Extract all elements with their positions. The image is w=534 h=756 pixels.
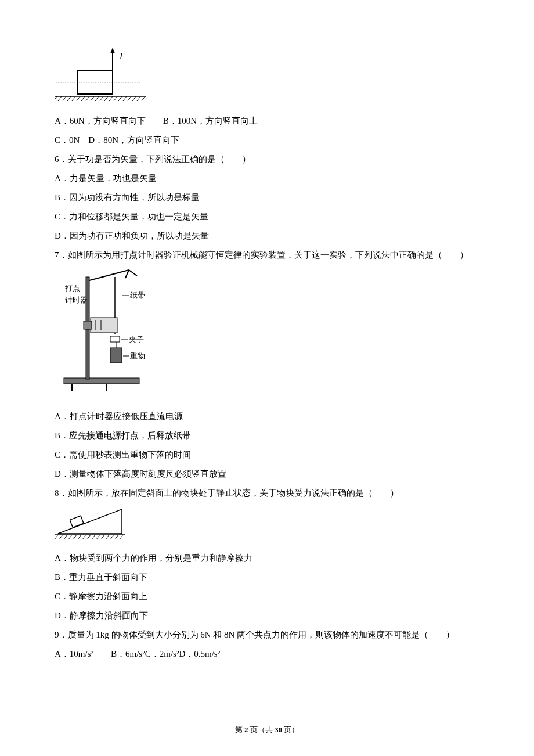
svg-line-12 [86, 96, 89, 101]
svg-line-54 [92, 535, 95, 539]
svg-line-7 [63, 96, 66, 101]
svg-line-11 [81, 96, 85, 101]
q5-options-row1: A．60N，方向竖直向下 B．100N，方向竖直向上 [55, 113, 482, 129]
svg-line-19 [118, 96, 122, 101]
svg-rect-35 [110, 336, 120, 342]
svg-line-49 [68, 535, 72, 539]
svg-line-17 [109, 96, 113, 101]
label-clip: 夹子 [129, 335, 144, 344]
svg-line-60 [120, 535, 123, 539]
q9-option-c: C．2m/s² [145, 649, 179, 658]
footer-mid: 页（共 [248, 725, 275, 734]
svg-rect-31 [91, 318, 117, 333]
svg-line-23 [137, 96, 140, 101]
label-timer-2: 计时器 [65, 296, 88, 304]
label-tape: 纸带 [130, 291, 145, 300]
svg-line-9 [72, 96, 75, 101]
q6-stem: 6．关于功是否为矢量，下列说法正确的是（ ） [55, 152, 482, 167]
figure-q5: F [55, 46, 482, 110]
footer-page-total: 30 [275, 725, 282, 734]
q5-option-d: D．80N，方向竖直向下 [88, 135, 179, 145]
figure-q8 [55, 505, 482, 547]
q6-option-c: C．力和位移都是矢量，功也一定是矢量 [55, 209, 482, 225]
page: F A．60N，方向竖直向下 B．100N，方向竖直向上 C．0N D．80N，… [0, 0, 534, 756]
svg-line-18 [114, 96, 117, 101]
svg-line-52 [82, 535, 86, 539]
footer-suffix: 页） [282, 725, 299, 734]
q9-options: A．10m/s² B．6m/s²C．2m/s²D．0.5m/s² [55, 646, 482, 662]
q5-option-a: A．60N，方向竖直向下 [55, 116, 146, 125]
svg-line-47 [59, 535, 63, 539]
q8-option-d: D．静摩擦力沿斜面向下 [55, 608, 482, 624]
svg-line-20 [123, 96, 127, 101]
svg-line-51 [78, 535, 81, 539]
svg-marker-3 [110, 48, 115, 53]
q7-option-d: D．测量物体下落高度时刻度尺必须竖直放置 [55, 466, 482, 482]
q8-option-b: B．重力垂直于斜面向下 [55, 570, 482, 585]
q6-option-b: B．因为功没有方向性，所以功是标量 [55, 190, 482, 206]
q9-option-d: D．0.5m/s² [179, 649, 220, 658]
svg-line-28 [129, 270, 137, 276]
svg-line-27 [89, 270, 129, 280]
svg-line-6 [58, 96, 62, 101]
svg-line-10 [77, 96, 80, 101]
label-timer-1: 打点 [64, 284, 80, 293]
q7-option-b: B．应先接通电源打点，后释放纸带 [55, 428, 482, 444]
svg-line-48 [64, 535, 67, 539]
svg-line-16 [104, 96, 108, 101]
svg-rect-32 [84, 321, 92, 329]
svg-line-57 [106, 535, 109, 539]
footer-prefix: 第 [235, 725, 244, 734]
svg-line-46 [55, 535, 58, 539]
q5-option-b: B．100N，方向竖直向上 [163, 116, 258, 125]
svg-line-8 [67, 96, 71, 101]
figure-q7: 打点 计时器 纸带 夹子 重物 [55, 267, 482, 405]
svg-line-15 [100, 96, 103, 101]
svg-line-50 [73, 535, 77, 539]
svg-rect-44 [70, 516, 84, 527]
label-weight: 重物 [130, 351, 145, 360]
q5-option-c: C．0N [55, 135, 80, 145]
q7-option-a: A．打点计时器应接低压直流电源 [55, 409, 482, 424]
force-label: F [119, 51, 125, 61]
q8-option-a: A．物块受到两个力的作用，分别是重力和静摩擦力 [55, 550, 482, 566]
svg-line-55 [96, 535, 100, 539]
svg-line-24 [142, 96, 145, 101]
svg-line-21 [128, 96, 131, 101]
q5-options-row2: C．0N D．80N，方向竖直向下 [55, 132, 482, 148]
svg-line-59 [115, 535, 118, 539]
svg-line-56 [101, 535, 104, 539]
svg-line-53 [87, 535, 91, 539]
svg-line-22 [132, 96, 136, 101]
page-footer: 第 2 页（共 30 页） [0, 723, 534, 736]
q8-option-c: C．静摩擦力沿斜面向上 [55, 589, 482, 604]
q9-stem: 9．质量为 1kg 的物体受到大小分别为 6N 和 8N 两个共点力的作用，则该… [55, 627, 482, 643]
q9-option-b: B．6m/s² [111, 649, 145, 658]
svg-line-58 [110, 535, 114, 539]
q9-option-a: A．10m/s² [55, 649, 93, 658]
svg-rect-36 [110, 348, 122, 363]
svg-marker-43 [58, 509, 122, 534]
svg-line-13 [91, 96, 94, 101]
q7-option-c: C．需使用秒表测出重物下落的时间 [55, 447, 482, 463]
q6-option-a: A．力是矢量，功也是矢量 [55, 171, 482, 186]
svg-line-14 [95, 96, 99, 101]
svg-rect-25 [64, 378, 139, 384]
svg-line-5 [55, 96, 57, 101]
q6-option-d: D．因为功有正功和负功，所以功是矢量 [55, 228, 482, 244]
q8-stem: 8．如图所示，放在固定斜面上的物块处于静止状态，关于物块受力说法正确的是（ ） [55, 485, 482, 501]
q7-stem: 7．如图所示为用打点计时器验证机械能守恒定律的实验装置．关于这一实验，下列说法中… [55, 247, 482, 263]
